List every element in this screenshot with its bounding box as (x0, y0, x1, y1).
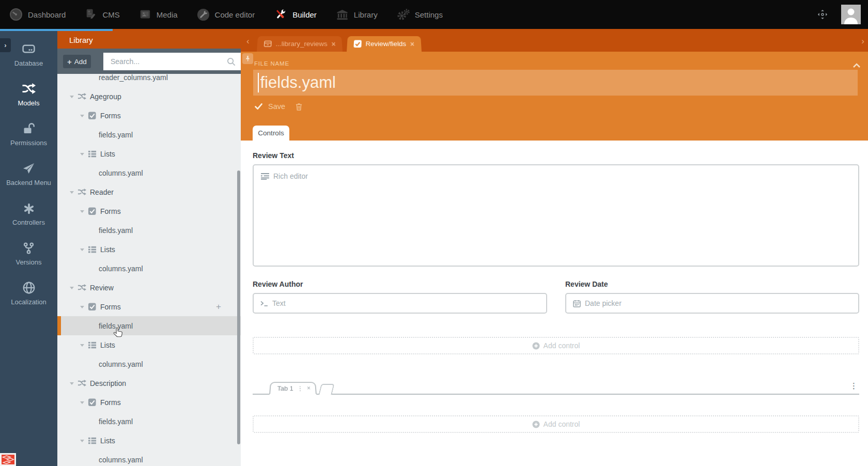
nav-item-builder[interactable]: Builder (274, 8, 317, 21)
caret-down-icon[interactable] (80, 115, 84, 119)
tree-node-review[interactable]: Review (57, 278, 241, 297)
file-name-label: FILE NAME (254, 60, 289, 67)
pin-icon[interactable] (242, 53, 253, 64)
media-icon (139, 8, 151, 21)
add-control-button[interactable]: Add control (253, 337, 859, 354)
sidebar-item-backend-menu[interactable]: Backend Menu (0, 161, 57, 200)
caret-down-icon[interactable] (80, 401, 84, 406)
sidebar-item-permissions[interactable]: Permissions (0, 121, 57, 161)
models-icon (22, 81, 36, 96)
field-label-review-text: Review Text (253, 151, 859, 160)
caret-down-icon[interactable] (70, 287, 74, 291)
tree-node-forms[interactable]: Forms (57, 393, 241, 412)
caret-down-icon[interactable] (80, 344, 84, 349)
caret-down-icon[interactable] (70, 96, 74, 100)
tree-file-fields-yaml[interactable]: fields.yaml (57, 412, 241, 431)
tree-node-reader[interactable]: Reader (57, 182, 241, 201)
tree-node-forms[interactable]: Forms + (57, 297, 241, 316)
tree-node-lists[interactable]: Lists (57, 431, 241, 450)
nav-item-code-editor[interactable]: Code editor (197, 8, 255, 21)
drag-handle-icon[interactable]: ⋮ (297, 384, 304, 392)
plus-icon: + (67, 57, 72, 66)
dashboard-icon (9, 8, 23, 21)
database-table-icon (264, 41, 272, 48)
sidebar-item-localization[interactable]: Localization (0, 280, 57, 320)
lists-icon (88, 149, 97, 158)
close-tab-icon[interactable]: × (410, 40, 415, 48)
tree-node-lists[interactable]: Lists (57, 335, 241, 354)
save-row: Save (255, 102, 302, 111)
sidebar-item-versions[interactable]: Versions (0, 240, 57, 280)
review-author-field[interactable]: Text (253, 293, 547, 314)
delete-icon[interactable] (296, 103, 302, 111)
caret-down-icon[interactable] (80, 248, 84, 253)
new-form-tab-button[interactable] (318, 384, 334, 395)
tree-file-columns-yaml[interactable]: columns.yaml (57, 450, 241, 466)
caret-down-icon[interactable] (70, 191, 74, 196)
form-tab-1[interactable]: Tab 1 ⋮ × (269, 382, 317, 395)
tree-node-lists[interactable]: Lists (57, 240, 241, 259)
collapse-panel-icon[interactable] (853, 63, 861, 68)
main-sidebar: › Database Models Permissions Backend Me… (0, 31, 57, 466)
move-icon[interactable] (817, 9, 828, 20)
model-icon (78, 283, 86, 292)
sidebar-expand-button[interactable]: › (0, 38, 11, 52)
review-text-field[interactable]: Rich editor (253, 164, 859, 267)
tab-options-icon[interactable]: ⋮ (850, 381, 858, 391)
avatar[interactable] (841, 5, 861, 24)
library-tree: reader_columns.yaml Agegroup Forms field… (57, 68, 241, 466)
nav-item-dashboard[interactable]: Dashboard (9, 8, 66, 21)
tree-node-forms[interactable]: Forms (57, 106, 241, 125)
library-panel-title: Library (57, 31, 241, 49)
nav-item-library[interactable]: Library (336, 8, 378, 21)
save-check-icon (255, 103, 262, 110)
nav-right-area (817, 5, 868, 24)
search-input[interactable] (111, 57, 227, 66)
tree-file-columns-yaml[interactable]: columns.yaml (57, 163, 241, 182)
add-button[interactable]: + Add (63, 55, 91, 68)
tree-file-fields-yaml[interactable]: fields.yaml (57, 221, 241, 240)
add-file-icon[interactable]: + (216, 302, 221, 312)
tree-file-columns-yaml[interactable]: columns.yaml (57, 354, 241, 374)
tree-node-agegroup[interactable]: Agegroup (57, 87, 241, 106)
tab-scroll-left-icon[interactable]: ‹ (246, 36, 250, 46)
search-icon (227, 57, 236, 66)
controls-form: Review Text Rich editor Review Author (241, 141, 868, 466)
database-icon (22, 41, 36, 56)
editor-tab-review-fields[interactable]: Review/fields × (347, 36, 422, 52)
tree-node-description[interactable]: Description (57, 374, 241, 393)
tree-scrollbar[interactable] (237, 170, 240, 444)
caret-down-icon[interactable] (80, 153, 84, 158)
save-button[interactable]: Save (268, 102, 285, 111)
forms-icon (88, 207, 97, 215)
tree-file-fields-yaml[interactable]: fields.yaml (57, 316, 241, 335)
close-tab-icon[interactable]: × (331, 40, 336, 48)
add-control-button-2[interactable]: Add control (253, 415, 859, 433)
tab-scroll-right-icon[interactable]: › (861, 36, 864, 46)
tree-file-columns-yaml[interactable]: columns.yaml (57, 259, 241, 278)
editor-tab-library-reviews[interactable]: ...library_reviews × (257, 36, 343, 52)
tree-node-lists[interactable]: Lists (57, 144, 241, 163)
file-name-input[interactable]: fields.yaml (253, 70, 858, 96)
review-date-field[interactable]: Date picker (565, 293, 859, 314)
plus-circle-icon (532, 342, 540, 350)
caret-down-icon[interactable] (80, 306, 84, 310)
tree-file-fields-yaml[interactable]: fields.yaml (57, 125, 241, 144)
search-box (103, 53, 241, 70)
caret-down-icon[interactable] (70, 382, 74, 387)
nav-item-cms[interactable]: CMS (85, 8, 119, 21)
tab-controls[interactable]: Controls (253, 126, 289, 141)
sidebar-item-models[interactable]: Models (0, 81, 57, 121)
model-icon (78, 92, 86, 101)
globe-icon (22, 280, 36, 294)
nav-item-settings[interactable]: Settings (397, 8, 443, 21)
library-sidebar: Library + Add reader_columns.yaml Agegro… (57, 31, 241, 466)
richeditor-placeholder: Rich editor (261, 172, 851, 180)
caret-down-icon[interactable] (80, 440, 84, 444)
tree-node-forms[interactable]: Forms (57, 201, 241, 221)
close-form-tab-icon[interactable]: × (307, 385, 311, 392)
text-caret (258, 73, 259, 92)
caret-down-icon[interactable] (80, 210, 84, 215)
sidebar-item-controllers[interactable]: Controllers (0, 200, 57, 240)
nav-item-media[interactable]: Media (139, 8, 178, 21)
